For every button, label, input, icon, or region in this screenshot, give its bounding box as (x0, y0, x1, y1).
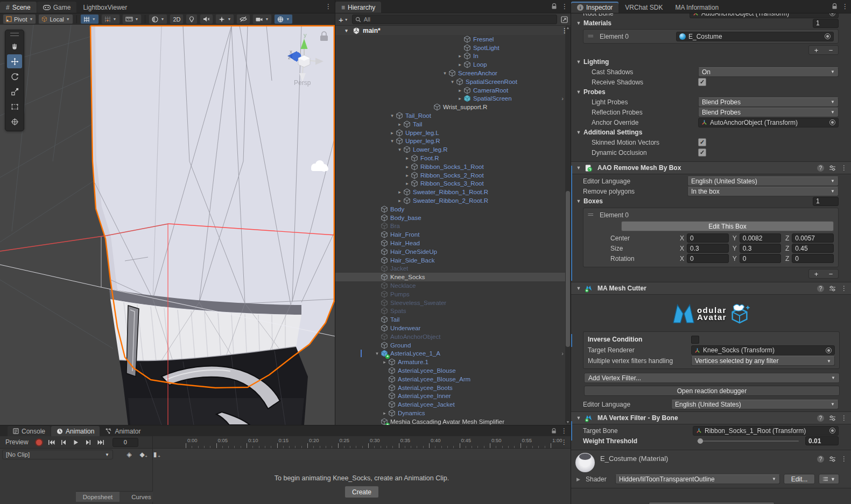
expand-arrow-icon[interactable]: ▸ (404, 164, 411, 169)
foldout-arrow-icon[interactable]: ▼ (575, 20, 582, 26)
hierarchy-row[interactable]: AsteriaLycee_Inner (335, 392, 571, 400)
lock-icon[interactable] (551, 3, 557, 10)
timeline-ruler[interactable]: 0:000:050:100:150:200:250:300:350:400:45… (152, 436, 565, 448)
expand-arrow-icon[interactable]: ▸ (404, 173, 411, 178)
hierarchy-row[interactable]: Hair_Side_Back (335, 256, 571, 265)
mc-editor-language-dropdown[interactable]: English (United States)▼ (671, 400, 839, 409)
hierarchy-row[interactable]: ▾ScreenAnchor (335, 69, 571, 77)
dynamic-occlusion-checkbox[interactable]: ✓ (698, 148, 706, 157)
help-icon[interactable]: ? (817, 415, 824, 422)
boxes-count-input[interactable]: 1 (813, 197, 839, 206)
hierarchy-row[interactable]: Tail (335, 315, 571, 324)
material-object-field[interactable]: E_Costume (676, 32, 834, 41)
center-y-input[interactable]: 0.0082 (740, 233, 782, 243)
drag-handle-icon[interactable]: == (588, 33, 596, 39)
shader-edit-button[interactable]: Edit... (784, 474, 815, 484)
hierarchy-row[interactable]: Pumps (335, 290, 571, 299)
2d-mode-button[interactable]: 2D (170, 14, 184, 24)
create-object-button[interactable]: +▼ (339, 15, 348, 24)
light-probes-dropdown[interactable]: Blend Probes▼ (698, 97, 839, 107)
hierarchy-row[interactable]: Hair_Front (335, 230, 571, 239)
first-key-button[interactable] (45, 437, 58, 447)
add-vertex-filter-dropdown[interactable]: Add Vertex Filter...▼ (584, 373, 840, 383)
play-button[interactable] (70, 437, 82, 447)
tab-vrchat-sdk[interactable]: VRChat SDK (619, 2, 669, 13)
tab-lightboxviewer[interactable]: LightboxViewer (77, 2, 133, 13)
receive-shadows-checkbox[interactable]: ✓ (698, 78, 706, 86)
box-element-row[interactable]: == Element 0 (588, 210, 834, 220)
last-key-button[interactable] (95, 437, 107, 447)
timeline-menu-icon[interactable]: ⋮ (558, 438, 571, 446)
hierarchy-row[interactable]: ▾Lower_leg.R (335, 145, 571, 154)
hierarchy-row[interactable]: AsteriaLycee_Boots (335, 384, 571, 392)
scroll-up-icon[interactable]: ▲ (565, 26, 571, 30)
expand-arrow[interactable]: ▾ (343, 28, 350, 33)
vertex-filters-handling-dropdown[interactable]: Vertices selected by any filter▼ (691, 356, 835, 366)
presets-icon[interactable] (829, 456, 836, 463)
audio-mute-button[interactable] (200, 14, 213, 24)
tab-hierarchy[interactable]: ≡ Hierarchy (335, 2, 381, 13)
expand-arrow-icon[interactable]: ▾ (389, 138, 396, 144)
tab-inspector[interactable]: i Inspector (571, 2, 618, 13)
hierarchy-row[interactable]: Body (335, 205, 571, 214)
help-icon[interactable]: ? (817, 285, 824, 292)
expand-arrow-icon[interactable]: ▾ (389, 113, 396, 118)
object-picker-icon[interactable] (826, 347, 832, 353)
hand-tool-button[interactable] (7, 39, 22, 53)
create-clip-button[interactable]: Create (344, 486, 379, 498)
component-menu-icon[interactable]: ⋮ (841, 414, 847, 422)
rotation-x-input[interactable]: 0 (687, 254, 729, 263)
reflection-probes-dropdown[interactable]: Blend Probes▼ (698, 108, 839, 117)
hierarchy-row[interactable]: Sleeveless_Sweater (335, 299, 571, 307)
hierarchy-row[interactable]: Hair_Head (335, 239, 571, 247)
aao-editor-language-dropdown[interactable]: English (United States)▼ (687, 176, 839, 186)
tab-animator[interactable]: Animator (100, 426, 146, 436)
expand-arrow-icon[interactable]: ▸ (456, 62, 463, 67)
hierarchy-row[interactable]: AsteriaLycee_Blouse (335, 366, 571, 375)
vertex-filter-component-header[interactable]: ▼ MA Vertex Filter - By Bone ? ⋮ (571, 411, 851, 424)
skinned-motion-vectors-checkbox[interactable]: ✓ (698, 138, 706, 146)
record-button[interactable] (33, 437, 45, 447)
expand-arrow-icon[interactable]: ▸ (404, 181, 411, 186)
inspector-menu-icon[interactable]: ⋮ (839, 3, 851, 10)
component-menu-icon[interactable]: ⋮ (841, 285, 847, 292)
hierarchy-row[interactable]: Hair_OneSideUp (335, 247, 571, 256)
expand-arrow-icon[interactable]: ▸ (396, 189, 403, 195)
tab-scene[interactable]: # Scene (0, 2, 37, 13)
add-box-button[interactable]: + (809, 269, 824, 278)
prefab-chevron-icon[interactable]: › (561, 95, 564, 102)
next-key-button[interactable] (82, 437, 95, 447)
hierarchy-row[interactable]: Bra (335, 222, 571, 231)
hierarchy-row[interactable]: ▾Upper_leg.R (335, 137, 571, 146)
expand-arrow-icon[interactable]: ▸ (396, 198, 403, 203)
hierarchy-row[interactable]: ▸SpatialScreen› (335, 95, 571, 103)
scene-lighting-button[interactable] (186, 14, 198, 24)
hierarchy-row[interactable]: ▸Sweater_Ribbon_2_Root.R (335, 196, 571, 205)
perspective-label[interactable]: Persp (294, 79, 311, 87)
open-window-icon[interactable] (561, 16, 568, 23)
lighting-foldout[interactable]: ▼ Lighting (571, 57, 851, 67)
panel-menu-icon[interactable]: ⋮ (558, 427, 571, 435)
material-list-button[interactable]: ▼ (819, 474, 839, 484)
hierarchy-row[interactable]: Fresnel (335, 35, 571, 44)
overlay-drag-handle[interactable] (10, 33, 19, 36)
presets-icon[interactable] (829, 415, 836, 422)
additional-settings-foldout[interactable]: ▼ Additional Settings (571, 127, 851, 137)
camera-settings-button[interactable]: ▼ (252, 14, 272, 24)
clip-dropdown[interactable]: [No Clip]▼ (2, 450, 113, 459)
center-x-input[interactable]: 0 (687, 233, 729, 243)
gizmos-button[interactable]: ▼ (274, 14, 293, 24)
hierarchy-row[interactable]: ▸Upper_leg.L (335, 129, 571, 137)
expand-arrow-icon[interactable]: ▸ (389, 130, 396, 136)
hierarchy-row[interactable]: ▸Armature.1 (335, 358, 571, 366)
mesh-cutter-component-header[interactable]: ▼ MA Mesh Cutter ? ⋮ (571, 282, 851, 295)
component-menu-icon[interactable]: ⋮ (841, 164, 847, 172)
hierarchy-row[interactable]: Necklace (335, 281, 571, 290)
materials-foldout[interactable]: ▼ Materials 1 (571, 18, 851, 28)
hierarchy-row[interactable]: AutoAnchorObject (335, 332, 571, 341)
hierarchy-row[interactable]: AsteriaLycee_Blouse_Arm (335, 375, 571, 384)
center-z-input[interactable]: 0.0057 (792, 233, 834, 243)
hierarchy-row[interactable]: Knee_Socks (335, 273, 571, 281)
help-icon[interactable]: ? (817, 165, 824, 172)
target-bone-field[interactable]: Ribbon_Socks_1_Root (Transform) (693, 426, 839, 436)
